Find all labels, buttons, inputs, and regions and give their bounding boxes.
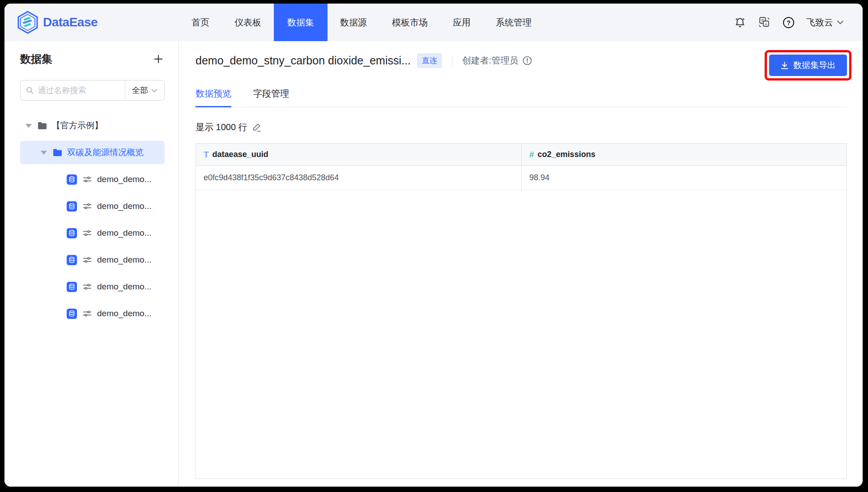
tree-folder-label: 【官方示例】: [52, 120, 103, 131]
add-dataset-button[interactable]: [152, 53, 165, 65]
column-header-co2-emissions[interactable]: # co2_emissions: [521, 144, 847, 165]
table-row: e0fc9d438f1f35c9d637c8438d528d64 98.94: [196, 166, 847, 190]
dataset-db-icon: [67, 174, 77, 185]
top-navbar: DataEase 首页 仪表板 数据集 数据源 模板市场 应用 系统管理: [4, 4, 863, 41]
tab-field-management[interactable]: 字段管理: [253, 88, 289, 107]
tree-dataset-label: demo_demo...: [97, 309, 151, 318]
tree-folder-carbon-energy-overview[interactable]: 双碳及能源情况概览: [20, 141, 165, 164]
tree-dataset-label: demo_demo...: [97, 174, 151, 184]
physical-table-icon: [83, 176, 92, 183]
physical-table-icon: [83, 256, 92, 263]
cell-dataease-uuid: e0fc9d438f1f35c9d637c8438d528d64: [196, 166, 521, 190]
divider: [452, 55, 452, 67]
tree-folder-official-samples[interactable]: 【官方示例】: [20, 114, 165, 137]
tree-dataset-item-4[interactable]: demo_demo...: [20, 248, 165, 271]
dataset-db-icon: [67, 228, 77, 238]
scope-filter-value: 全部: [132, 85, 148, 96]
dataset-db-icon: [67, 201, 77, 212]
edit-row-count-icon[interactable]: [252, 123, 262, 132]
number-type-icon: #: [529, 150, 534, 160]
tree-dataset-item-3[interactable]: demo_demo...: [20, 221, 165, 245]
scope-filter-select[interactable]: 全部: [125, 81, 164, 100]
highlight-annotation: 数据集导出: [765, 50, 851, 81]
help-icon[interactable]: ?: [782, 16, 795, 29]
tree-dataset-item-6[interactable]: demo_demo...: [20, 302, 165, 325]
dataease-hexagon-icon: [17, 11, 38, 34]
svg-text:A: A: [765, 22, 767, 26]
tree-dataset-label: demo_demo...: [97, 255, 151, 265]
nav-item-apps[interactable]: 应用: [440, 4, 483, 41]
dataset-export-button[interactable]: 数据集导出: [769, 55, 847, 76]
chevron-down-icon: [151, 89, 157, 93]
folder-icon: [53, 148, 62, 157]
cell-co2-emissions: 98.94: [521, 166, 847, 190]
app-window: DataEase 首页 仪表板 数据集 数据源 模板市场 应用 系统管理: [4, 4, 863, 487]
brand-logo: DataEase: [17, 11, 98, 34]
detail-tabs: 数据预览 字段管理: [196, 88, 847, 107]
notification-bell-icon[interactable]: [734, 16, 746, 29]
nav-item-home[interactable]: 首页: [179, 4, 222, 41]
tree-folder-label: 双碳及能源情况概览: [67, 147, 144, 158]
nav-item-dashboard[interactable]: 仪表板: [222, 4, 274, 41]
nav-item-template-market[interactable]: 模板市场: [379, 4, 440, 41]
table-header-row: T dataease_uuid # co2_emissions: [196, 144, 847, 166]
tree-dataset-item-1[interactable]: demo_demo...: [20, 168, 165, 191]
physical-table-icon: [83, 203, 92, 210]
dataset-db-icon: [67, 282, 77, 292]
search-input[interactable]: [38, 86, 119, 95]
navbar-actions: 中 A ? 飞致云: [734, 4, 844, 41]
svg-text:?: ?: [787, 19, 791, 26]
physical-table-icon: [83, 310, 92, 317]
nav-item-datasource[interactable]: 数据源: [328, 4, 379, 41]
row-count-label: 显示 1000 行: [196, 121, 247, 133]
user-name: 飞致云: [806, 17, 833, 29]
search-box[interactable]: [21, 81, 125, 100]
folder-icon: [38, 122, 47, 130]
search-icon: [26, 86, 34, 95]
nav-item-system-admin[interactable]: 系统管理: [483, 4, 544, 41]
user-menu[interactable]: 飞致云: [806, 17, 844, 29]
main-nav: 首页 仪表板 数据集 数据源 模板市场 应用 系统管理: [179, 4, 544, 41]
tree-dataset-item-2[interactable]: demo_demo...: [20, 195, 165, 218]
brand-name: DataEase: [43, 15, 98, 30]
text-type-icon: T: [204, 150, 209, 160]
sidebar-title: 数据集: [20, 52, 52, 66]
column-header-dataease-uuid[interactable]: T dataease_uuid: [196, 144, 521, 165]
translate-icon[interactable]: 中 A: [758, 16, 770, 29]
caret-down-icon[interactable]: [26, 124, 32, 128]
direct-connect-badge: 直连: [417, 53, 442, 68]
tree-dataset-item-5[interactable]: demo_demo...: [20, 275, 165, 298]
caret-down-icon[interactable]: [41, 151, 47, 155]
dataset-db-icon: [67, 309, 77, 319]
dataset-tree: 【官方示例】 双碳及能源情况概览 demo_demo...: [20, 114, 165, 325]
dataset-title: demo_demo_stny_carbon dioxide_emissi...: [196, 54, 411, 67]
tree-dataset-label: demo_demo...: [97, 228, 151, 238]
creator-label: 创建者:管理员: [462, 55, 519, 67]
download-icon: [780, 61, 789, 70]
dataset-db-icon: [67, 255, 77, 265]
dataset-sidebar: 数据集 全部: [4, 41, 179, 487]
info-icon[interactable]: [523, 56, 532, 65]
dataset-detail-panel: demo_demo_stny_carbon dioxide_emissi... …: [179, 41, 863, 487]
data-preview-table: T dataease_uuid # co2_emissions e0fc9d43…: [196, 143, 847, 479]
tree-dataset-label: demo_demo...: [97, 282, 151, 292]
tab-data-preview[interactable]: 数据预览: [196, 88, 231, 107]
physical-table-icon: [83, 229, 92, 237]
tree-dataset-label: demo_demo...: [97, 201, 151, 211]
chevron-down-icon: [837, 20, 844, 25]
nav-item-dataset[interactable]: 数据集: [274, 4, 328, 41]
physical-table-icon: [83, 283, 92, 290]
sidebar-search-group: 全部: [20, 80, 165, 101]
